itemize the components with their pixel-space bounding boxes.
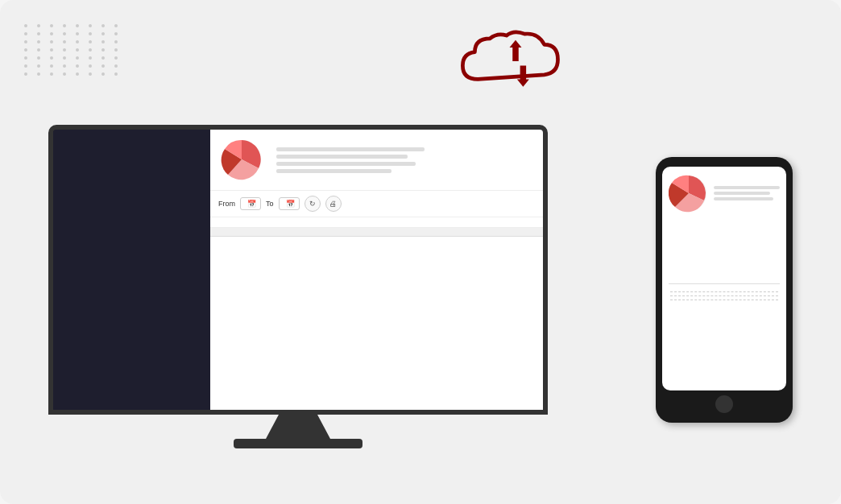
date-range-row: From 📅 To 📅 ↻ 🖨 — [210, 191, 543, 217]
phone-lines — [714, 186, 780, 200]
sidebar-item-trial-balance[interactable] — [53, 252, 210, 275]
report-title — [210, 217, 543, 228]
sidebar-item-balance-sheet[interactable] — [53, 275, 210, 297]
phone-dash-lines — [669, 291, 780, 300]
refresh-button[interactable]: ↻ — [304, 196, 321, 212]
cloud-sync-icon — [451, 24, 580, 97]
calendar-icon-to: 📅 — [286, 200, 295, 208]
phone-header — [669, 173, 780, 213]
table-header-row — [210, 228, 543, 237]
dot-pattern: const dp = document.querySelector('.dot-… — [24, 24, 122, 76]
monitor: From 📅 To 📅 ↻ 🖨 — [48, 125, 548, 448]
svg-marker-0 — [510, 40, 522, 61]
sidebar-item-profit-loss[interactable] — [53, 184, 210, 207]
report-content: From 📅 To 📅 ↻ 🖨 — [210, 130, 543, 410]
calendar-icon-from: 📅 — [247, 200, 256, 208]
sidebar-item-all-transactions[interactable] — [53, 162, 210, 184]
col-particulars — [210, 228, 377, 237]
phone-screen — [662, 167, 786, 390]
bar-chart — [453, 138, 533, 182]
mobile-phone — [656, 157, 793, 423]
report-charts-header — [210, 130, 543, 191]
report-lines — [276, 147, 441, 173]
phone-pie-chart — [669, 173, 709, 213]
phone-bar-chart — [669, 220, 780, 284]
sidebar-item-daybook[interactable] — [53, 139, 210, 162]
print-button[interactable]: 🖨 — [325, 196, 342, 212]
background: const dp = document.querySelector('.dot-… — [0, 0, 841, 504]
to-label: To — [266, 200, 274, 208]
sidebar-item-cash-flow[interactable] — [53, 229, 210, 252]
report-table — [210, 228, 543, 237]
monitor-stand — [266, 415, 330, 439]
to-date-input[interactable]: 📅 — [279, 197, 300, 210]
monitor-screen: From 📅 To 📅 ↻ 🖨 — [48, 125, 548, 415]
pie-chart — [220, 138, 264, 182]
monitor-sidebar — [53, 130, 210, 410]
from-label: From — [218, 200, 235, 208]
phone-home-button[interactable] — [715, 395, 733, 413]
from-date-input[interactable]: 📅 — [240, 197, 261, 210]
col-amount — [377, 228, 544, 237]
monitor-base — [234, 439, 362, 448]
sidebar-item-bill-wise-profit[interactable] — [53, 207, 210, 229]
